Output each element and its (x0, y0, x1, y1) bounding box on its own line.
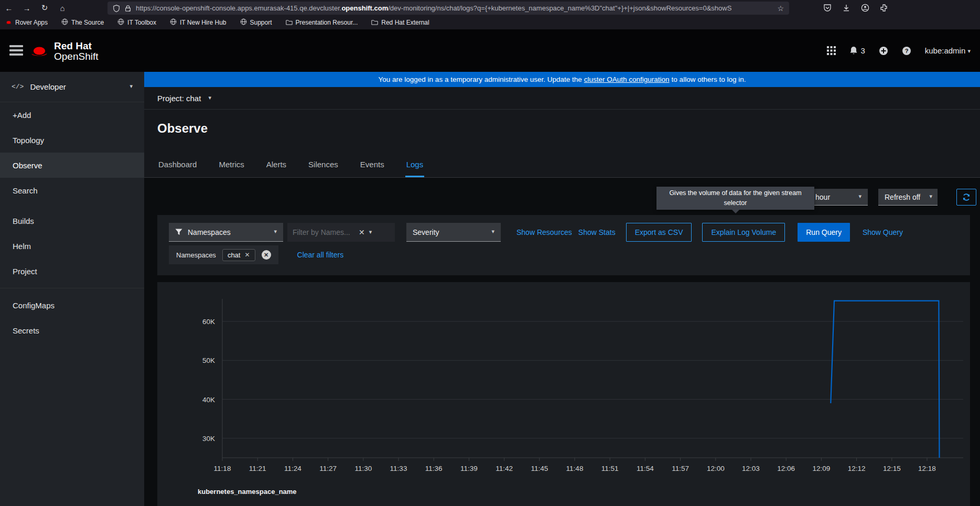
x-axis-label: 11:36 (425, 465, 443, 472)
bookmark-item[interactable]: IT Toolbox (117, 18, 156, 27)
page-title: Observe (157, 121, 208, 136)
namespaces-chip-group: Namespaces chat ✕ ✕ (169, 245, 278, 264)
x-axis-label: 12:15 (883, 465, 901, 472)
chevron-down-icon[interactable]: ▾ (369, 229, 372, 235)
sidebar-item-builds[interactable]: Builds (0, 208, 144, 233)
filter-toolbar: Namespaces ▾ ✕ ▾ Severity ▾ Show Resourc… (157, 215, 970, 275)
banner-text-after: to allow others to log in. (672, 76, 746, 83)
log-volume-chart: 30K40K50K60K11:1811:2111:2411:2711:3011:… (157, 282, 970, 506)
x-axis-label: 11:39 (460, 465, 478, 472)
refresh-button[interactable] (956, 189, 976, 206)
sidebar-item-add[interactable]: +Add (0, 102, 144, 127)
x-axis-label: 11:51 (601, 465, 619, 472)
bookmark-item[interactable]: Rover Apps (5, 19, 48, 27)
sidebar-item-project[interactable]: Project (0, 259, 144, 284)
perspective-switcher[interactable]: </> Developer ▾ (0, 72, 144, 102)
project-selector[interactable]: Project: chat ▾ (144, 87, 980, 110)
add-plus-icon[interactable] (879, 46, 888, 56)
notifications-bell-icon[interactable]: 3 (849, 46, 865, 55)
clear-all-filters-link[interactable]: Clear all filters (297, 251, 344, 259)
bookmark-item[interactable]: Support (240, 18, 272, 27)
severity-filter-select[interactable]: Severity ▾ (406, 223, 501, 242)
chip-group-clear-icon[interactable]: ✕ (262, 250, 271, 260)
x-axis-label: 12:06 (777, 465, 795, 472)
redhat-openshift-logo[interactable]: Red Hat OpenShift (29, 41, 99, 62)
pocket-icon[interactable] (823, 4, 832, 12)
y-axis-label: 40K (202, 396, 215, 404)
series-line-chat (831, 301, 939, 458)
globe-icon (61, 18, 68, 27)
shield-icon[interactable] (113, 5, 120, 12)
url-bar[interactable]: https://console-openshift-console.apps.e… (107, 2, 789, 15)
x-axis-label: 12:12 (848, 465, 866, 472)
clear-input-icon[interactable]: ✕ (354, 228, 369, 236)
folder-icon (371, 19, 378, 27)
chevron-down-icon: ▾ (491, 228, 494, 235)
brand-text: Red Hat OpenShift (54, 41, 99, 62)
project-selector-label: Project: chat (157, 94, 201, 103)
bookmark-item[interactable]: The Source (61, 18, 104, 27)
nav-menu-toggle-icon[interactable] (9, 45, 23, 56)
bookmark-star-icon[interactable]: ☆ (777, 4, 784, 13)
chevron-down-icon: ▾ (929, 193, 932, 200)
run-query-button[interactable]: Run Query (798, 223, 850, 242)
x-axis-label: 11:57 (672, 465, 689, 472)
chip-group-label: Namespaces (176, 251, 216, 259)
sidebar-item-secrets[interactable]: Secrets (0, 318, 144, 343)
sidebar-item-search[interactable]: Search (0, 178, 144, 203)
extensions-icon[interactable] (880, 4, 888, 12)
sync-icon (962, 193, 971, 201)
chip-remove-icon[interactable]: ✕ (244, 251, 250, 259)
namespaces-filter-select[interactable]: Namespaces ▾ (169, 223, 283, 242)
user-menu[interactable]: kube:admin ▾ (925, 46, 971, 55)
explain-log-volume-button[interactable]: Explain Log Volume (702, 223, 785, 242)
tab-events[interactable]: Events (359, 155, 385, 177)
account-icon[interactable] (861, 4, 869, 12)
nav-divider (0, 288, 144, 288)
bookmark-item[interactable]: Presentation Resour... (286, 19, 358, 27)
y-axis-label: 50K (202, 357, 215, 364)
cluster-oauth-configuration-link[interactable]: cluster OAuth configuration (584, 76, 670, 83)
sidebar: </> Developer ▾ +AddTopologyObserveSearc… (0, 72, 144, 506)
x-axis-label: 11:21 (249, 465, 266, 472)
sidebar-item-configmaps[interactable]: ConfigMaps (0, 293, 144, 318)
developer-code-icon: </> (12, 83, 24, 91)
tab-metrics[interactable]: Metrics (218, 155, 245, 177)
name-filter-input[interactable] (293, 228, 354, 236)
tab-dashboard[interactable]: Dashboard (157, 155, 198, 177)
browser-toolbar: ← → ↻ ⌂ https://console-openshift-consol… (0, 0, 980, 16)
x-axis-label: 12:03 (742, 465, 760, 472)
show-stats-link[interactable]: Show Stats (578, 228, 616, 236)
x-axis-label: 12:00 (707, 465, 725, 472)
forward-button[interactable]: → (18, 4, 36, 13)
refresh-interval-select[interactable]: Refresh off ▾ (878, 189, 938, 206)
namespace-chip: chat ✕ (222, 249, 255, 261)
back-button[interactable]: ← (0, 4, 18, 13)
bookmark-item[interactable]: IT New Hire Hub (170, 18, 226, 27)
x-axis-label: 11:54 (637, 465, 654, 472)
x-axis-label: 11:48 (566, 465, 584, 472)
url-text: https://console-openshift-console.apps.e… (136, 4, 773, 12)
screen: ← → ↻ ⌂ https://console-openshift-consol… (0, 0, 980, 506)
x-axis-label: 11:30 (354, 465, 372, 472)
sidebar-item-topology[interactable]: Topology (0, 127, 144, 153)
lock-icon[interactable] (124, 5, 132, 12)
downloads-icon[interactable] (842, 4, 850, 12)
tab-alerts[interactable]: Alerts (265, 155, 287, 177)
export-csv-button[interactable]: Export as CSV (626, 223, 692, 242)
sidebar-item-observe[interactable]: Observe (0, 153, 144, 178)
show-query-link[interactable]: Show Query (863, 228, 903, 236)
bookmark-item[interactable]: Red Hat External (371, 19, 429, 27)
redhat-icon (5, 19, 12, 27)
sidebar-item-helm[interactable]: Helm (0, 233, 144, 259)
svg-text:?: ? (904, 48, 908, 54)
bookmarks-bar: Rover AppsThe SourceIT ToolboxIT New Hir… (0, 16, 980, 29)
show-resources-link[interactable]: Show Resources (516, 228, 572, 236)
y-axis-label: 30K (202, 435, 215, 443)
home-button[interactable]: ⌂ (53, 4, 71, 13)
app-launcher-icon[interactable] (827, 46, 836, 55)
tab-silences[interactable]: Silences (307, 155, 339, 177)
tab-logs[interactable]: Logs (405, 155, 425, 177)
help-icon[interactable]: ? (902, 46, 911, 56)
reload-button[interactable]: ↻ (36, 3, 53, 13)
